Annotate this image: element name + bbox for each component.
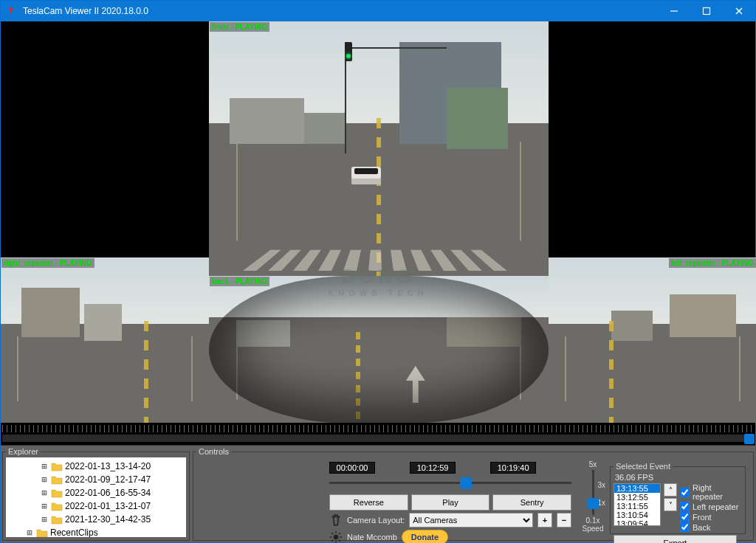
camera-back[interactable]: back - PLAYING [209,276,549,423]
expand-icon[interactable]: ⊞ [40,488,49,498]
window-title: TeslaCam Viewer II 2020.18.0.0 [21,6,148,16]
check-front[interactable]: Front [680,512,742,522]
expand-icon[interactable]: ⊞ [40,461,49,471]
speed-5x-label: 5x [589,460,597,468]
tree-item[interactable]: ⊞2022-01-01_13-21-07 [7,499,185,513]
app-icon [1,1,21,21]
camera-front[interactable]: front - PLAYING [209,21,549,276]
check-left-repeater[interactable]: Left repeater [680,502,742,511]
fps-readout: 36.06 FPS [614,472,742,483]
event-up-button[interactable]: ˄ [664,483,677,497]
play-button[interactable]: Play [411,494,490,511]
camera-front-label: front - PLAYING [210,22,269,32]
list-item[interactable]: 13:11:55 [614,502,660,511]
controls-legend: Controls [196,447,231,456]
camera-checkboxes: Right repeater Left repeater Front Back [680,483,742,532]
camera-back-label: back - PLAYING [210,277,269,286]
speed-slider[interactable]: 5x 3x 1x 0.1x Speed [577,460,608,533]
close-button[interactable] [723,1,755,21]
reverse-button[interactable]: Reverse [329,494,408,511]
check-right-repeater[interactable]: Right repeater [680,483,742,501]
app-window: TeslaCam Viewer II 2020.18.0.0 front - P… [0,0,756,543]
playback-controls: 00:00:00 10:12:59 10:19:40 Reverse Play … [329,462,571,543]
camera-viewport: front - PLAYING right_repeater - PLAYING… [1,21,755,423]
explorer-legend: Explorer [6,447,41,456]
speed-thumb[interactable] [588,498,599,509]
speed-1x-label: 1x [598,499,606,507]
zoom-in-button[interactable]: + [537,513,552,528]
tree-item[interactable]: ⊞2022-01-06_16-55-34 [7,486,185,499]
svg-rect-1 [704,8,710,15]
check-back[interactable]: Back [680,522,742,532]
timeline-handle[interactable] [744,434,755,444]
bottom-panel: Explorer ⊞2022-01-13_13-14-20 ⊞2022-01-0… [1,445,755,542]
speed-3x-label: 3x [598,481,606,489]
tree-item[interactable]: ⊞2021-12-30_14-42-35 [7,513,185,526]
time-start: 00:00:00 [329,462,375,474]
export-button[interactable]: Export [614,535,737,543]
explorer-panel: Explorer ⊞2022-01-13_13-14-20 ⊞2022-01-0… [2,447,190,541]
folder-tree[interactable]: ⊞2022-01-13_13-14-20 ⊞2022-01-09_12-17-4… [6,457,186,537]
event-times-list[interactable]: 13:13:55 13:12:55 13:11:55 13:10:54 13:0… [614,483,661,526]
list-item[interactable]: 13:13:55 [614,484,660,493]
camera-right-label: right_repeater - PLAYING [1,258,94,268]
titlebar: TeslaCam Viewer II 2020.18.0.0 [1,1,755,21]
donate-button[interactable]: Donate [402,530,448,543]
time-end: 10:19:40 [490,462,536,474]
zoom-out-button[interactable]: − [557,513,571,528]
controls-panel: Controls 00:00:00 10:12:59 10:19:40 Reve… [193,447,754,541]
camera-left-label: left_repeater - PLAYING [669,258,756,268]
list-item[interactable]: 13:12:55 [614,493,660,502]
tree-item-recent[interactable]: ⊞RecentClips [7,526,185,537]
expand-icon[interactable]: ⊞ [40,474,49,485]
author-label: Nate Mccomb [347,533,397,542]
camera-right-repeater[interactable]: right_repeater - PLAYING [1,257,209,423]
tree-item[interactable]: ⊞2022-01-09_12-17-47 [7,473,185,486]
minimize-button[interactable] [658,1,690,21]
camera-layout-label: Camera Layout: [347,516,405,525]
list-item[interactable]: 13:09:54 [614,519,660,526]
clip-slider[interactable] [329,475,571,491]
expand-icon[interactable]: ⊞ [25,528,34,537]
expand-icon[interactable]: ⊞ [40,514,49,525]
speed-min-label: 0.1x [586,516,600,525]
gear-icon[interactable] [329,530,343,543]
time-current: 10:12:59 [410,462,456,474]
expand-icon[interactable]: ⊞ [40,501,49,511]
camera-layout-select[interactable]: All Cameras [409,513,533,528]
sentry-button[interactable]: Sentry [492,494,571,511]
event-down-button[interactable]: ˅ [664,498,677,511]
tree-item[interactable]: ⊞2022-01-13_13-14-20 [7,460,185,473]
maximize-button[interactable] [690,1,723,21]
speed-caption: Speed [583,525,604,533]
trash-icon[interactable] [329,513,343,527]
list-item[interactable]: 13:10:54 [614,511,660,519]
selected-event-panel: Selected Event 36.06 FPS 13:13:55 13:12:… [610,462,746,534]
selected-event-legend: Selected Event [614,462,673,471]
global-timeline[interactable] [1,423,755,445]
camera-left-repeater[interactable]: left_repeater - PLAYING [549,257,756,423]
svg-point-5 [334,536,338,539]
